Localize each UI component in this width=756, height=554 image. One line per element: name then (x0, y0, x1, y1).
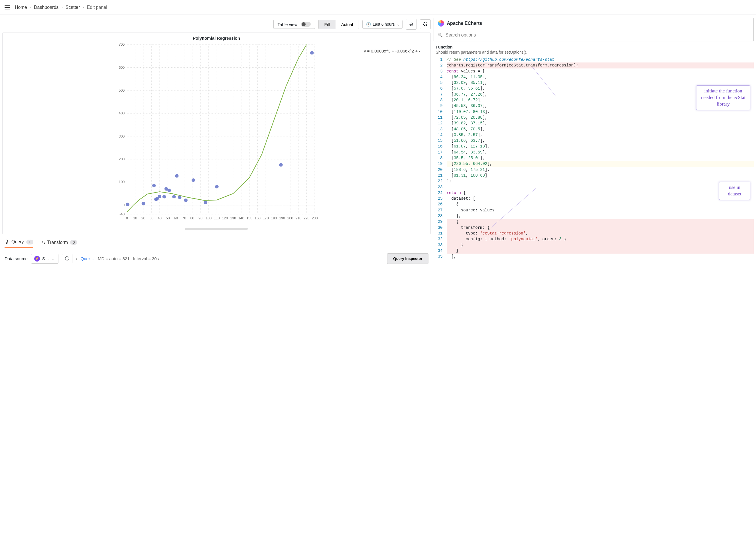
code-line[interactable]: 18 [35.5, 25.01], (434, 155, 754, 161)
data-source-label: Data source (5, 256, 28, 261)
svg-text:100: 100 (119, 180, 125, 184)
menu-icon[interactable] (5, 5, 10, 9)
query-inspector-button[interactable]: Query inspector (387, 253, 428, 264)
tab-query-label: Query (11, 239, 24, 244)
code-editor[interactable]: initiate the function needed from the ec… (434, 57, 754, 259)
datasource-icon (34, 256, 40, 262)
code-line[interactable]: 23 (434, 184, 754, 190)
code-line[interactable]: 2echarts.registerTransform(ecStat.transf… (434, 62, 754, 68)
svg-point-82 (154, 198, 158, 201)
tab-transform-badge: 0 (70, 240, 77, 245)
table-view-toggle[interactable]: Table view (273, 20, 315, 29)
svg-point-84 (279, 163, 282, 167)
search-options-input[interactable] (446, 33, 749, 38)
horizontal-scrollbar[interactable] (185, 228, 248, 230)
tab-query[interactable]: Query 1 (5, 239, 34, 247)
query-options-link[interactable]: Quer… (81, 256, 94, 261)
time-range-picker[interactable]: Last 6 hours (362, 20, 402, 29)
interval-meta: Interval = 30s (133, 256, 159, 261)
code-line[interactable]: 22]; (434, 178, 754, 184)
chevron-down-icon (52, 256, 55, 261)
svg-text:140: 140 (238, 216, 244, 220)
svg-point-74 (215, 185, 218, 188)
svg-text:90: 90 (198, 216, 202, 220)
code-line[interactable]: 28 }, (434, 213, 754, 219)
svg-text:80: 80 (190, 216, 194, 220)
clock-icon (366, 22, 371, 26)
breadcrumb-dashboards[interactable]: Dashboards (34, 5, 58, 10)
chart-svg[interactable]: -400100200300400500600700010203040506070… (8, 42, 425, 225)
code-line[interactable]: 5 [33.09, 85.11], (434, 80, 754, 86)
actual-button[interactable]: Actual (335, 20, 359, 29)
annotation-callout-bottom: use in dataset (719, 182, 750, 200)
svg-text:180: 180 (271, 216, 277, 220)
code-line[interactable]: 34 } (434, 248, 754, 254)
code-line[interactable]: 19 [226.55, 664.02], (434, 161, 754, 167)
code-line[interactable]: 13 [48.05, 70.5], (434, 126, 754, 132)
code-line[interactable]: 17 [64.54, 33.59], (434, 150, 754, 155)
code-line[interactable]: 27 source: values (434, 207, 754, 213)
svg-text:40: 40 (158, 216, 162, 220)
code-line[interactable]: 16 [61.07, 127.13], (434, 144, 754, 149)
code-line[interactable]: 33 } (434, 242, 754, 248)
code-line[interactable]: 21 [81.31, 108.68] (434, 173, 754, 178)
code-line[interactable]: 12 [39.82, 37.15], (434, 120, 754, 126)
code-line[interactable]: 11 [72.05, 20.88], (434, 115, 754, 120)
help-button[interactable]: ⓘ (62, 254, 72, 263)
code-line[interactable]: 14 [0.85, 2.57], (434, 132, 754, 138)
code-line[interactable]: 35 ], (434, 254, 754, 259)
chart-panel: Polynomial Regression y = 0.0003x^3 + -0… (2, 33, 431, 234)
code-line[interactable]: 4 [96.24, 11.35], (434, 74, 754, 80)
code-line[interactable]: 32 config: { method: 'polynomial', order… (434, 236, 754, 242)
svg-text:700: 700 (119, 43, 125, 47)
tab-transform-label: Transform (47, 240, 68, 245)
svg-point-73 (163, 195, 166, 198)
svg-text:30: 30 (149, 216, 153, 220)
code-line[interactable]: 31 type: 'ecStat:regression', (434, 230, 754, 236)
svg-text:130: 130 (230, 216, 236, 220)
transform-icon (41, 240, 45, 245)
data-source-picker[interactable]: S… (31, 254, 58, 264)
code-line[interactable]: 30 transform: { (434, 225, 754, 230)
switch-icon[interactable] (301, 22, 311, 27)
function-section-header: Function (436, 45, 754, 49)
svg-point-72 (142, 202, 145, 205)
code-line[interactable]: 29 { (434, 219, 754, 224)
code-line[interactable]: 1// See https://github.com/ecomfe/echart… (434, 57, 754, 62)
code-line[interactable]: 25 dataset: [ (434, 196, 754, 202)
svg-text:500: 500 (119, 89, 125, 93)
search-icon (438, 33, 443, 37)
code-line[interactable]: 15 [51.66, 63.7], (434, 138, 754, 144)
zoom-out-button[interactable] (406, 19, 417, 30)
code-line[interactable]: 20 [188.6, 175.31], (434, 167, 754, 173)
svg-text:110: 110 (214, 216, 220, 220)
code-line[interactable]: 26 { (434, 202, 754, 207)
refresh-button[interactable] (420, 19, 431, 29)
svg-text:200: 200 (287, 216, 293, 220)
fill-button[interactable]: Fill (319, 20, 335, 29)
svg-text:150: 150 (247, 216, 253, 220)
svg-text:10: 10 (133, 216, 137, 220)
svg-point-85 (192, 178, 195, 182)
chart-equation-label: y = 0.0003x^3 + -0.066x^2 + · (364, 49, 420, 53)
tab-transform[interactable]: Transform 0 (41, 240, 77, 247)
code-line[interactable]: 3const values = [ (434, 68, 754, 74)
code-line[interactable]: 24return { (434, 190, 754, 196)
svg-point-78 (126, 203, 129, 206)
svg-text:160: 160 (255, 216, 261, 220)
chevron-right-icon: › (76, 257, 77, 261)
svg-text:70: 70 (182, 216, 186, 220)
svg-text:200: 200 (119, 157, 125, 161)
svg-text:-40: -40 (119, 212, 125, 216)
breadcrumb-home[interactable]: Home (15, 5, 27, 10)
svg-text:190: 190 (279, 216, 285, 220)
breadcrumb-scatter[interactable]: Scatter (66, 5, 80, 10)
function-section-subtitle: Should return parameters and data for se… (436, 50, 754, 54)
svg-point-83 (310, 51, 314, 54)
svg-point-75 (184, 199, 188, 202)
table-view-label: Table view (278, 22, 298, 27)
svg-text:210: 210 (295, 216, 301, 220)
svg-text:20: 20 (141, 216, 145, 220)
svg-text:50: 50 (166, 216, 170, 220)
database-icon (5, 239, 9, 244)
